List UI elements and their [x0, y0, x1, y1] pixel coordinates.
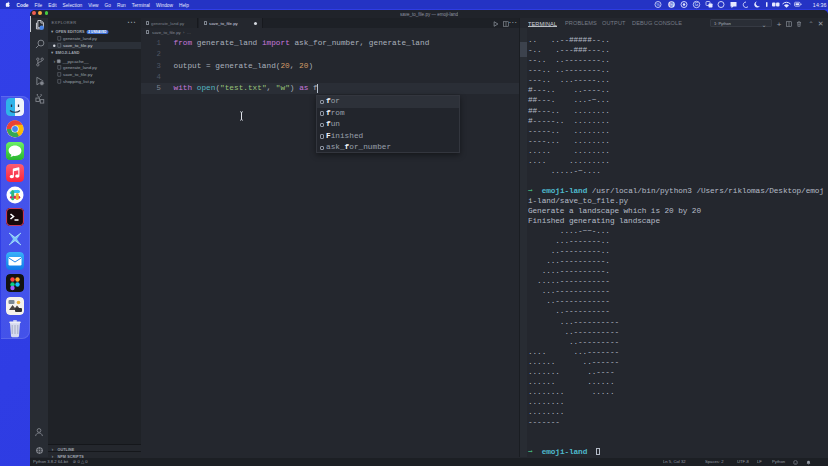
svg-text:%: %: [656, 2, 660, 7]
svg-text:G: G: [695, 2, 699, 7]
svg-text:@: @: [669, 2, 674, 7]
